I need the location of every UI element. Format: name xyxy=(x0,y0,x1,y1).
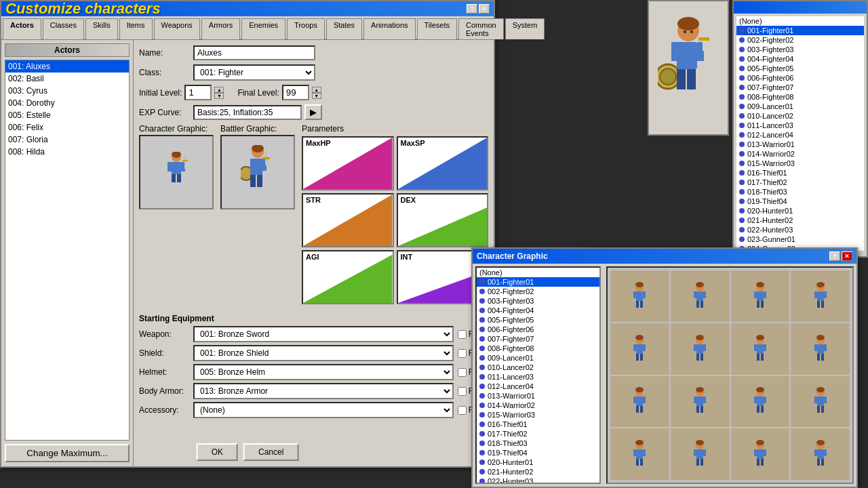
initial-level-up[interactable]: ▲ xyxy=(214,87,224,93)
list-item-lancer03[interactable]: 011-Lancer03 xyxy=(736,121,864,130)
tab-enemies[interactable]: Enemies xyxy=(241,18,285,39)
tab-classes[interactable]: Classes xyxy=(43,18,84,39)
char-list-lancer01[interactable]: 009-Lancer01 xyxy=(477,353,599,363)
char-graphic-help[interactable]: ? xyxy=(829,251,840,261)
char-list-lancer03[interactable]: 011-Lancer03 xyxy=(477,372,599,382)
equip-helmet-select[interactable]: 005: Bronze Helm xyxy=(193,364,454,380)
battler-graphic-box[interactable] xyxy=(220,135,295,209)
char-list-fighter01[interactable]: 001-Fighter01 xyxy=(477,277,599,287)
final-level-up[interactable]: ▲ xyxy=(312,87,321,93)
list-item-none[interactable]: (None) xyxy=(736,16,864,26)
list-item-thief04[interactable]: 019-Thief04 xyxy=(736,197,864,206)
equip-helmet-fixed-check[interactable] xyxy=(458,368,467,377)
class-select[interactable]: 001: Fighter xyxy=(193,64,315,81)
exp-curve-button[interactable]: ▶ xyxy=(304,104,322,120)
char-list-warrior03[interactable]: 015-Warrior03 xyxy=(477,410,599,420)
char-list-fighter02[interactable]: 002-Fighter02 xyxy=(477,287,599,296)
char-list-hunter02[interactable]: 021-Hunter02 xyxy=(477,467,599,476)
tab-weapons[interactable]: Weapons xyxy=(154,18,200,39)
char-list-fighter06[interactable]: 006-Fighter06 xyxy=(477,325,599,334)
list-item-fighter02[interactable]: 002-Fighter02 xyxy=(736,35,864,45)
list-item-thief03[interactable]: 018-Thief03 xyxy=(736,187,864,197)
help-button[interactable]: ? xyxy=(467,4,477,14)
char-graphic-close[interactable]: ✕ xyxy=(842,251,852,261)
char-list-fighter08[interactable]: 008-Fighter08 xyxy=(477,344,599,353)
list-item-lancer01[interactable]: 009-Lancer01 xyxy=(736,102,864,111)
list-item-fighter08[interactable]: 008-Fighter08 xyxy=(736,92,864,102)
char-list-fighter05[interactable]: 005-Fighter05 xyxy=(477,315,599,325)
list-item-fighter05[interactable]: 005-Fighter05 xyxy=(736,64,864,73)
char-list-lancer04[interactable]: 012-Lancer04 xyxy=(477,382,599,391)
actor-item-felix[interactable]: 006: Felix xyxy=(5,121,129,134)
tab-states[interactable]: States xyxy=(326,18,362,39)
list-item-fighter04[interactable]: 004-Fighter04 xyxy=(736,54,864,64)
tab-skills[interactable]: Skills xyxy=(85,18,118,39)
actor-item-hilda[interactable]: 008: Hilda xyxy=(5,146,129,158)
char-list-panel[interactable]: (None) 001-Fighter01 002-Fighter02 003-F… xyxy=(475,266,601,484)
tab-common-events[interactable]: Common Events xyxy=(458,18,504,39)
equip-weapon-select[interactable]: 001: Bronze Sword xyxy=(193,326,454,342)
ok-button[interactable]: OK xyxy=(197,443,238,461)
list-item-hunter02[interactable]: 021-Hunter02 xyxy=(736,216,864,225)
actor-item-dorothy[interactable]: 004: Dorothy xyxy=(5,97,129,109)
initial-level-down[interactable]: ▼ xyxy=(214,93,224,99)
tab-armors[interactable]: Armors xyxy=(201,18,240,39)
equip-accessory-fixed-check[interactable] xyxy=(458,406,467,415)
tab-system[interactable]: System xyxy=(505,18,545,39)
char-list-thief01[interactable]: 016-Thief01 xyxy=(477,420,599,429)
close-button[interactable]: ✕ xyxy=(479,4,490,14)
actor-item-estelle[interactable]: 005: Estelle xyxy=(5,109,129,121)
char-list-lancer02[interactable]: 010-Lancer02 xyxy=(477,363,599,372)
tab-tilesets[interactable]: Tilesets xyxy=(417,18,458,39)
final-level-down[interactable]: ▼ xyxy=(312,93,321,99)
name-input[interactable] xyxy=(193,45,315,60)
actor-item-gloria[interactable]: 007: Gloria xyxy=(5,134,129,146)
list-item-fighter06[interactable]: 006-Fighter06 xyxy=(736,73,864,83)
char-list-fighter04[interactable]: 004-Fighter04 xyxy=(477,306,599,315)
tab-troops[interactable]: Troops xyxy=(287,18,325,39)
equip-accessory-select[interactable]: (None) xyxy=(193,402,454,418)
char-list-hunter03[interactable]: 022-Hunter03 xyxy=(477,476,599,484)
list-item-hunter01[interactable]: 020-Hunter01 xyxy=(736,206,864,216)
char-list-thief02[interactable]: 017-Thief02 xyxy=(477,429,599,439)
actor-list[interactable]: 001: Aluxes 002: Basil 003: Cyrus 004: D… xyxy=(5,60,130,441)
equip-shield-select[interactable]: 001: Bronze Shield xyxy=(193,345,454,361)
char-list-fighter07[interactable]: 007-Fighter07 xyxy=(477,334,599,344)
list-item-hunter03[interactable]: 022-Hunter03 xyxy=(736,225,864,235)
list-item-thief02[interactable]: 017-Thief02 xyxy=(736,178,864,187)
list-item-fighter01[interactable]: 001-Fighter01 xyxy=(736,26,864,35)
cancel-button[interactable]: Cancel xyxy=(243,443,298,461)
char-list-warrior02[interactable]: 014-Warrior02 xyxy=(477,401,599,410)
actor-item-cyrus[interactable]: 003: Cyrus xyxy=(5,85,129,97)
equip-armor-fixed-check[interactable] xyxy=(458,387,467,396)
list-item-warrior01[interactable]: 013-Warrior01 xyxy=(736,140,864,149)
list-item-fighter03[interactable]: 003-Fighter03 xyxy=(736,45,864,54)
change-maximum-button[interactable]: Change Maximum... xyxy=(5,444,130,462)
list-item-warrior03[interactable]: 015-Warrior03 xyxy=(736,159,864,168)
actor-item-basil[interactable]: 002: Basil xyxy=(5,73,129,85)
list-item-lancer04[interactable]: 012-Lancer04 xyxy=(736,130,864,140)
tab-items[interactable]: Items xyxy=(119,18,153,39)
equip-armor-select[interactable]: 013: Bronze Armor xyxy=(193,383,454,399)
char-list-warrior01[interactable]: 013-Warrior01 xyxy=(477,391,599,401)
list-item-warrior02[interactable]: 014-Warrior02 xyxy=(736,149,864,159)
initial-level-input[interactable] xyxy=(184,85,212,100)
char-list-hunter01[interactable]: 020-Hunter01 xyxy=(477,458,599,467)
final-level-input[interactable] xyxy=(282,85,309,100)
exp-curve-input[interactable] xyxy=(193,105,302,120)
list-item-lancer02[interactable]: 010-Lancer02 xyxy=(736,111,864,121)
actor-list-panel[interactable]: (None) 001-Fighter01 002-Fighter02 003-F… xyxy=(736,16,864,251)
char-list-fighter03[interactable]: 003-Fighter03 xyxy=(477,296,599,306)
char-graphic-box[interactable] xyxy=(139,135,214,209)
char-list-thief03[interactable]: 018-Thief03 xyxy=(477,439,599,448)
tab-animations[interactable]: Animations xyxy=(363,18,415,39)
equip-shield-fixed-check[interactable] xyxy=(458,349,467,358)
char-list-none[interactable]: (None) xyxy=(477,268,599,277)
char-list-thief04[interactable]: 019-Thief04 xyxy=(477,448,599,458)
equip-weapon-fixed-check[interactable] xyxy=(458,330,467,339)
list-item-thief01[interactable]: 016-Thief01 xyxy=(736,168,864,178)
list-item-fighter07[interactable]: 007-Fighter07 xyxy=(736,83,864,92)
tab-actors[interactable]: Actors xyxy=(3,18,41,39)
actor-item-aluxes[interactable]: 001: Aluxes xyxy=(5,60,129,73)
list-item-gunner01[interactable]: 023-Gunner01 xyxy=(736,235,864,244)
